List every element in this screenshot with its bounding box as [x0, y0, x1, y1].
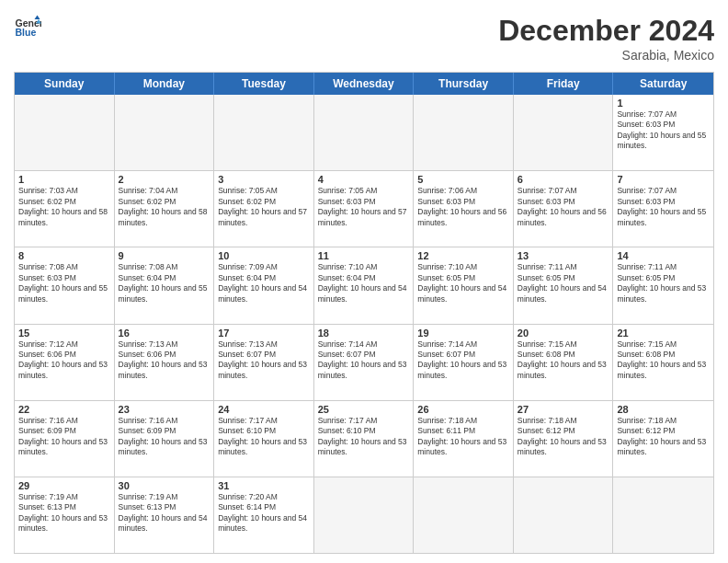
- sunrise: Sunrise: 7:16 AM: [18, 416, 78, 425]
- cell-2-3: 11 Sunrise: 7:10 AM Sunset: 6:04 PM Dayl…: [314, 247, 415, 323]
- daylight: Daylight: 10 hours and 55 minutes.: [18, 283, 108, 303]
- day-number: 16: [119, 327, 210, 339]
- sunrise: Sunrise: 7:17 AM: [318, 416, 378, 425]
- day-number: 23: [119, 404, 210, 415]
- svg-text:Blue: Blue: [16, 27, 37, 38]
- cell-1-1: 2 Sunrise: 7:04 AM Sunset: 6:02 PM Dayli…: [115, 171, 215, 247]
- daylight: Daylight: 10 hours and 53 minutes.: [617, 360, 706, 379]
- sunset: Sunset: 6:03 PM: [518, 197, 575, 206]
- sunrise: Sunrise: 7:17 AM: [218, 416, 278, 425]
- daylight: Daylight: 10 hours and 57 minutes.: [218, 207, 307, 226]
- sunrise: Sunrise: 7:15 AM: [518, 339, 577, 349]
- sunrise: Sunrise: 7:03 AM: [18, 186, 78, 195]
- daylight: Daylight: 10 hours and 55 minutes.: [119, 283, 208, 303]
- sunrise: Sunrise: 7:08 AM: [119, 262, 178, 271]
- sunset: Sunset: 6:06 PM: [119, 350, 176, 359]
- daylight: Daylight: 10 hours and 57 minutes.: [318, 207, 407, 226]
- cell-0-6: 1 Sunrise: 7:07 AM Sunset: 6:03 PM Dayli…: [613, 95, 713, 170]
- day-number: 22: [18, 404, 110, 415]
- sunset: Sunset: 6:08 PM: [518, 350, 575, 359]
- sunrise: Sunrise: 7:05 AM: [218, 186, 278, 195]
- sunset: Sunset: 6:07 PM: [318, 350, 376, 359]
- header-sunday: Sunday: [15, 73, 115, 95]
- day-number: 18: [318, 327, 410, 339]
- cell-4-5: 27 Sunrise: 7:18 AM Sunset: 6:12 PM Dayl…: [514, 401, 614, 477]
- month-title: December 2024: [498, 14, 714, 48]
- week-row-4: 22 Sunrise: 7:16 AM Sunset: 6:09 PM Dayl…: [15, 401, 713, 477]
- cell-3-6: 21 Sunrise: 7:15 AM Sunset: 6:08 PM Dayl…: [613, 325, 713, 400]
- sunrise: Sunrise: 7:10 AM: [417, 262, 477, 271]
- sunrise: Sunrise: 7:12 AM: [18, 339, 78, 349]
- day-number: 4: [318, 174, 410, 185]
- cell-3-5: 20 Sunrise: 7:15 AM Sunset: 6:08 PM Dayl…: [514, 325, 614, 400]
- daylight: Daylight: 10 hours and 53 minutes.: [119, 437, 208, 456]
- sunrise: Sunrise: 7:07 AM: [617, 109, 677, 119]
- daylight: Daylight: 10 hours and 56 minutes.: [417, 207, 506, 226]
- daylight: Daylight: 10 hours and 53 minutes.: [318, 360, 407, 379]
- cell-1-6: 7 Sunrise: 7:07 AM Sunset: 6:03 PM Dayli…: [613, 171, 713, 247]
- sunrise: Sunrise: 7:06 AM: [417, 186, 477, 195]
- cell-4-0: 22 Sunrise: 7:16 AM Sunset: 6:09 PM Dayl…: [15, 401, 115, 477]
- header-wednesday: Wednesday: [314, 73, 415, 95]
- day-number: 9: [119, 250, 210, 261]
- sunrise: Sunrise: 7:14 AM: [318, 339, 378, 349]
- cell-1-2: 3 Sunrise: 7:05 AM Sunset: 6:02 PM Dayli…: [214, 171, 314, 247]
- daylight: Daylight: 10 hours and 54 minutes.: [417, 283, 506, 303]
- day-number: 17: [218, 327, 310, 339]
- sunset: Sunset: 6:09 PM: [18, 426, 76, 435]
- daylight: Daylight: 10 hours and 55 minutes.: [617, 207, 706, 226]
- sunset: Sunset: 6:04 PM: [119, 273, 176, 282]
- cell-5-5: [514, 477, 614, 553]
- cell-0-4: [414, 95, 514, 170]
- sunrise: Sunrise: 7:04 AM: [119, 186, 178, 195]
- sunset: Sunset: 6:13 PM: [18, 502, 76, 511]
- cell-3-3: 18 Sunrise: 7:14 AM Sunset: 6:07 PM Dayl…: [314, 325, 415, 400]
- day-number: 11: [318, 250, 410, 261]
- sunset: Sunset: 6:05 PM: [518, 273, 575, 282]
- cell-1-4: 5 Sunrise: 7:06 AM Sunset: 6:03 PM Dayli…: [414, 171, 514, 247]
- sunrise: Sunrise: 7:19 AM: [119, 492, 178, 501]
- sunrise: Sunrise: 7:13 AM: [119, 339, 178, 349]
- daylight: Daylight: 10 hours and 53 minutes.: [318, 437, 407, 456]
- logo-icon: General Blue: [14, 14, 41, 41]
- cell-3-4: 19 Sunrise: 7:14 AM Sunset: 6:07 PM Dayl…: [414, 325, 514, 400]
- week-row-2: 8 Sunrise: 7:08 AM Sunset: 6:03 PM Dayli…: [15, 247, 713, 324]
- daylight: Daylight: 10 hours and 56 minutes.: [518, 207, 607, 226]
- sunrise: Sunrise: 7:10 AM: [318, 262, 378, 271]
- sunrise: Sunrise: 7:19 AM: [18, 492, 78, 501]
- header-saturday: Saturday: [613, 73, 713, 95]
- day-number: 8: [18, 250, 110, 261]
- day-number: 5: [417, 174, 509, 185]
- day-number: 3: [218, 174, 310, 185]
- day-number: 6: [518, 174, 609, 185]
- cell-4-4: 26 Sunrise: 7:18 AM Sunset: 6:11 PM Dayl…: [414, 401, 514, 477]
- daylight: Daylight: 10 hours and 58 minutes.: [18, 207, 108, 226]
- daylight: Daylight: 10 hours and 58 minutes.: [119, 207, 208, 226]
- sunrise: Sunrise: 7:18 AM: [518, 416, 577, 425]
- sunset: Sunset: 6:03 PM: [18, 273, 76, 282]
- sunset: Sunset: 6:02 PM: [119, 197, 176, 206]
- calendar: Sunday Monday Tuesday Wednesday Thursday…: [14, 72, 714, 554]
- cell-1-0: 1 Sunrise: 7:03 AM Sunset: 6:02 PM Dayli…: [15, 171, 115, 247]
- cell-0-5: [514, 95, 614, 170]
- daylight: Daylight: 10 hours and 54 minutes.: [218, 513, 307, 533]
- week-row-0: 1 Sunrise: 7:07 AM Sunset: 6:03 PM Dayli…: [15, 95, 713, 171]
- day-number: 29: [18, 480, 110, 491]
- sunset: Sunset: 6:05 PM: [617, 273, 675, 282]
- daylight: Daylight: 10 hours and 55 minutes.: [617, 131, 706, 150]
- sunset: Sunset: 6:03 PM: [417, 197, 475, 206]
- sunrise: Sunrise: 7:18 AM: [417, 416, 477, 425]
- day-number: 20: [518, 327, 609, 339]
- header-thursday: Thursday: [414, 73, 514, 95]
- sunrise: Sunrise: 7:20 AM: [218, 492, 278, 501]
- cell-2-4: 12 Sunrise: 7:10 AM Sunset: 6:05 PM Dayl…: [414, 247, 514, 323]
- sunset: Sunset: 6:02 PM: [218, 197, 276, 206]
- day-number: 19: [417, 327, 509, 339]
- sunset: Sunset: 6:03 PM: [617, 120, 675, 129]
- sunset: Sunset: 6:03 PM: [617, 197, 675, 206]
- cell-2-2: 10 Sunrise: 7:09 AM Sunset: 6:04 PM Dayl…: [214, 247, 314, 323]
- daylight: Daylight: 10 hours and 53 minutes.: [18, 437, 108, 456]
- cell-0-3: [314, 95, 415, 170]
- header: General Blue December 2024 Sarabia, Mexi…: [14, 14, 714, 63]
- cell-2-1: 9 Sunrise: 7:08 AM Sunset: 6:04 PM Dayli…: [115, 247, 215, 323]
